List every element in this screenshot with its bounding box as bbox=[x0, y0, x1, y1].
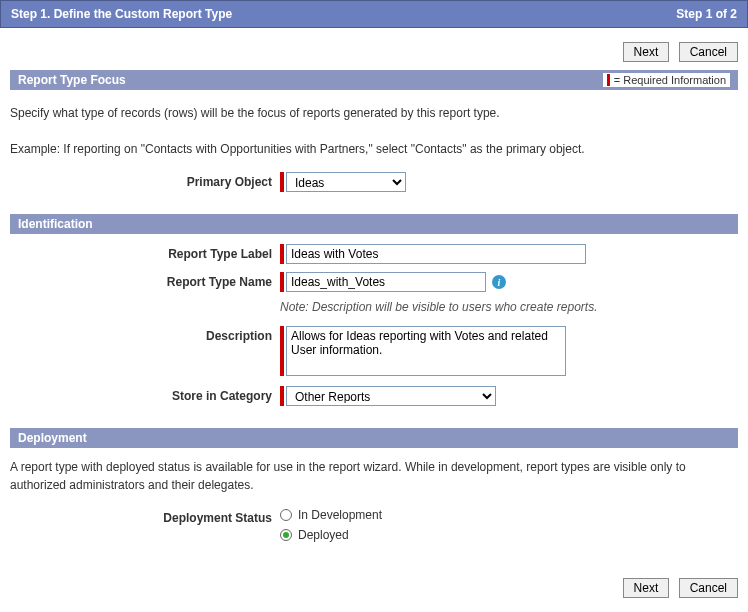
description-label: Description bbox=[10, 326, 280, 343]
report-type-name-label: Report Type Name bbox=[10, 272, 280, 289]
required-indicator bbox=[280, 272, 284, 292]
section-header-identification: Identification bbox=[10, 214, 738, 234]
wizard-title: Step 1. Define the Custom Report Type bbox=[11, 7, 232, 21]
radio-in-development[interactable] bbox=[280, 509, 292, 521]
deployment-text: A report type with deployed status is av… bbox=[10, 458, 738, 494]
primary-object-select[interactable]: Ideas bbox=[286, 172, 406, 192]
report-type-label-label: Report Type Label bbox=[10, 244, 280, 261]
cancel-button[interactable]: Cancel bbox=[679, 42, 738, 62]
required-indicator bbox=[280, 172, 284, 192]
required-indicator bbox=[280, 386, 284, 406]
section-header-focus: Report Type Focus = Required Information bbox=[10, 70, 738, 90]
info-icon[interactable]: i bbox=[492, 275, 506, 289]
wizard-header: Step 1. Define the Custom Report Type St… bbox=[0, 0, 748, 28]
radio-label-deployed: Deployed bbox=[298, 528, 349, 542]
step-indicator: Step 1 of 2 bbox=[676, 7, 737, 21]
category-label: Store in Category bbox=[10, 386, 280, 403]
description-note: Note: Description will be visible to use… bbox=[280, 300, 597, 314]
category-select[interactable]: Other Reports bbox=[286, 386, 496, 406]
focus-intro-1: Specify what type of records (rows) will… bbox=[10, 104, 738, 122]
section-title-identification: Identification bbox=[18, 217, 93, 231]
deployment-status-label: Deployment Status bbox=[10, 508, 280, 525]
required-legend: = Required Information bbox=[603, 73, 730, 87]
required-bar-icon bbox=[607, 74, 610, 86]
bottom-button-row: Next Cancel bbox=[10, 570, 738, 606]
top-button-row: Next Cancel bbox=[10, 34, 738, 70]
section-header-deployment: Deployment bbox=[10, 428, 738, 448]
cancel-button[interactable]: Cancel bbox=[679, 578, 738, 598]
section-title-focus: Report Type Focus bbox=[18, 73, 126, 87]
next-button[interactable]: Next bbox=[623, 42, 670, 62]
report-type-label-input[interactable] bbox=[286, 244, 586, 264]
required-indicator bbox=[280, 326, 284, 376]
next-button[interactable]: Next bbox=[623, 578, 670, 598]
focus-intro-2: Example: If reporting on "Contacts with … bbox=[10, 140, 738, 158]
primary-object-label: Primary Object bbox=[10, 172, 280, 189]
radio-deployed[interactable] bbox=[280, 529, 292, 541]
report-type-name-input[interactable] bbox=[286, 272, 486, 292]
description-textarea[interactable] bbox=[286, 326, 566, 376]
section-title-deployment: Deployment bbox=[18, 431, 87, 445]
required-indicator bbox=[280, 244, 284, 264]
radio-label-in-development: In Development bbox=[298, 508, 382, 522]
